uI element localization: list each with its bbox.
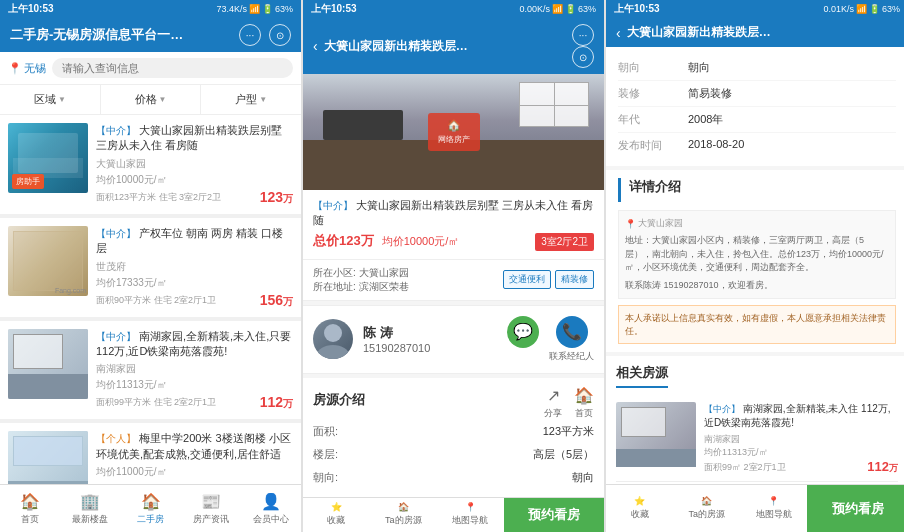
brand-logo-2: Fang.com: [55, 287, 86, 294]
related-meta-tags: 面积99㎡ 2室2厅1卫: [704, 461, 786, 474]
listing-title-4: 【个人】 梅里中学200米 3楼送阁楼 小区环境优美,配套成熟,交通便利,居住舒…: [96, 431, 293, 462]
more-button-2[interactable]: ···: [572, 24, 594, 46]
listing-tags-2: 面积90平方米 住宅 2室2厅1卫: [96, 294, 216, 307]
house-icon-3: 🏠: [701, 496, 712, 506]
map-icon-2: 📍: [768, 496, 779, 506]
filter-price[interactable]: 价格 ▼: [101, 85, 202, 114]
listing-price-2: 156万: [260, 292, 293, 309]
listing-thumbnail-2: Fang.com: [8, 226, 88, 296]
listing-thumbnail-1: 房助手: [8, 123, 88, 193]
intro-orientation-row: 朝向: 朝向: [313, 466, 594, 489]
related-item[interactable]: 【中介】 南湖家园,全新精装,未入住 112万,近D铁梁南苑落霞苑! 南湖家园 …: [616, 396, 898, 482]
chevron-down-icon-2: ▼: [159, 95, 167, 104]
info-header: ‹ 大簧山家园新出精装跌层…: [606, 18, 904, 47]
detail-price-section: 【中介】 大簧山家园新出精装跌层别墅 三房从未入住 看房随 总价123万 均价1…: [303, 190, 604, 260]
search-bar-1: 📍 无锡: [0, 52, 301, 85]
info-nav-agent-listings[interactable]: 🏠 Ta的房源: [673, 485, 740, 532]
listing-price-info-3: 均价11313元/㎡: [96, 378, 293, 392]
related-community: 南湖家园: [704, 433, 898, 446]
nav-item-news[interactable]: 📰 房产资讯: [181, 485, 241, 532]
related-info: 【中介】 南湖家园,全新精装,未入住 112万,近D铁梁南苑落霞苑! 南湖家园 …: [704, 402, 898, 475]
svg-point-0: [324, 324, 342, 342]
panel-info: 上午10:53 0.01K/s 📶 🔋 63% ‹ 大簧山家园新出精装跌层… 朝…: [606, 0, 904, 532]
status-time-2: 上午10:53: [311, 2, 357, 16]
list-item[interactable]: 【个人】 梅里中学200米 3楼送阁楼 小区环境优美,配套成熟,交通便利,居住舒…: [0, 423, 301, 484]
info-year-val: 2008年: [688, 112, 896, 127]
listing-price-info-1: 均价10000元/㎡: [96, 173, 293, 187]
detail-bottom-nav: ⭐ 收藏 🏠 Ta的房源 📍 地图导航 预约看房: [303, 497, 604, 532]
filter-rooms[interactable]: 户型 ▼: [201, 85, 301, 114]
listing-price-info-4: 均价11000元/㎡: [96, 465, 293, 479]
target-button-1[interactable]: ⊙: [269, 24, 291, 46]
filter-district[interactable]: 区域 ▼: [0, 85, 101, 114]
app-title-1: 二手房-无锡房源信息平台一…: [10, 26, 239, 44]
star-icon-2: ⭐: [634, 496, 645, 506]
listing-community-1: 大簧山家园: [96, 157, 293, 171]
detail-nav-favorite[interactable]: ⭐ 收藏: [303, 498, 370, 532]
detail-property-title: 【中介】 大簧山家园新出精装跌层别墅 三房从未入住 看房随: [313, 198, 594, 228]
home-icon-1: 🏠: [20, 492, 40, 511]
nav-item-home[interactable]: 🏠 首页: [0, 485, 60, 532]
info-back-button[interactable]: ‹: [616, 25, 621, 41]
house-icon: 🏠: [141, 492, 161, 511]
panel-detail: 上午10:53 0.00K/s 📶 🔋 63% ‹ 大簧山家园新出精装跌层… ·…: [303, 0, 604, 532]
info-page-title: 大簧山家园新出精装跌层…: [627, 24, 898, 41]
nav-item-newbuildings[interactable]: 🏢 最新楼盘: [60, 485, 120, 532]
listing-info-2: 【中介】 产权车位 朝南 两房 精装 口楼层 世茂府 均价17333元/㎡ 面积…: [96, 226, 293, 309]
filter-bar: 区域 ▼ 价格 ▼ 户型 ▼: [0, 85, 301, 115]
intro-area: 123平方米: [543, 424, 594, 439]
book-viewing-button[interactable]: 预约看房: [504, 498, 604, 532]
listing-tags-1: 面积123平方米 住宅 3室2厅2卫: [96, 191, 221, 204]
related-meta-row: 面积99㎡ 2室2厅1卫 112万: [704, 459, 898, 475]
property-photo: 🏠网络房产: [303, 74, 604, 190]
property-info-section: 朝向 朝向 装修 简易装修 年代 2008年 发布时间 2018-08-20: [606, 47, 904, 166]
nav-item-member[interactable]: 👤 会员中心: [241, 485, 301, 532]
header-icons-2: ··· ⊙: [572, 24, 594, 68]
phone-button[interactable]: 📞: [556, 316, 588, 348]
brand-logo-1: 房助手: [12, 174, 44, 189]
listing-price-3: 112万: [260, 394, 293, 411]
detail-header: ‹ 大簧山家园新出精装跌层… ··· ⊙: [303, 18, 604, 74]
share-btn[interactable]: ↗ 分享: [544, 386, 562, 420]
agent-phone: 15190287010: [363, 342, 507, 354]
detail-price-row: 总价123万 均价10000元/㎡ 3室2厅2卫: [313, 232, 594, 251]
info-nav-map[interactable]: 📍 地图导航: [740, 485, 807, 532]
listing-title-1: 【中介】 大簧山家园新出精装跌层别墅 三房从未入住 看房随: [96, 123, 293, 154]
detail-unit-price: 均价10000元/㎡: [382, 234, 460, 249]
target-button-2[interactable]: ⊙: [572, 46, 594, 68]
chevron-down-icon-3: ▼: [259, 95, 267, 104]
detail-description-2: 联系陈涛 15190287010，欢迎看房。: [625, 279, 889, 293]
location-pin-icon: 📍: [8, 62, 22, 75]
status-icons-2: 0.00K/s 📶 🔋 63%: [519, 4, 596, 14]
listing-community-3: 南湖家园: [96, 362, 293, 376]
building-icon: 🏢: [80, 492, 100, 511]
listing-meta-1: 面积123平方米 住宅 3室2厅2卫 123万: [96, 189, 293, 206]
related-title: 相关房源: [616, 364, 668, 388]
detail-nav-agent-listings[interactable]: 🏠 Ta的房源: [370, 498, 437, 532]
header-icons-1: ··· ⊙: [239, 24, 291, 46]
user-icon-1: 👤: [261, 492, 281, 511]
address-text: 所在地址: 滨湖区荣巷: [313, 280, 499, 294]
list-item[interactable]: 房助手 【中介】 大簧山家园新出精装跌层别墅 三房从未入住 看房随 大簧山家园 …: [0, 115, 301, 214]
list-item[interactable]: Fang.com 【中介】 产权车位 朝南 两房 精装 口楼层 世茂府 均价17…: [0, 218, 301, 317]
nav-item-secondhand[interactable]: 🏠 二手房: [120, 485, 180, 532]
info-book-viewing-button[interactable]: 预约看房: [807, 485, 904, 532]
detail-intro-section: 详情介绍 📍大簧山家园 地址：大簧山家园小区内，精装修，三室两厅两卫，高层（5层…: [606, 170, 904, 352]
info-decoration-row: 装修 简易装修: [618, 81, 896, 107]
agent-role-label: 联系经纪人: [549, 350, 594, 363]
agent-contact-icons: 💬 📞 联系经纪人: [507, 316, 594, 363]
convenience-tag: 交通便利: [503, 270, 551, 289]
decoration-tag: 精装修: [555, 270, 594, 289]
more-button-1[interactable]: ···: [239, 24, 261, 46]
agent-section: 陈 涛 15190287010 💬 📞 联系经纪人: [303, 305, 604, 374]
info-bottom-nav: ⭐ 收藏 🏠 Ta的房源 📍 地图导航 预约看房: [606, 484, 904, 532]
wechat-button[interactable]: 💬: [507, 316, 539, 348]
search-input[interactable]: [52, 58, 293, 78]
back-button[interactable]: ‹: [313, 38, 318, 54]
list-item[interactable]: 【中介】 南湖家园,全新精装,未入住,只要112万,近D铁梁南苑落霞苑! 南湖家…: [0, 321, 301, 420]
listing-info-4: 【个人】 梅里中学200米 3楼送阁楼 小区环境优美,配套成熟,交通便利,居住舒…: [96, 431, 293, 484]
home-btn[interactable]: 🏠 首页: [574, 386, 594, 420]
location-selector[interactable]: 📍 无锡: [8, 61, 46, 76]
detail-nav-map[interactable]: 📍 地图导航: [437, 498, 504, 532]
info-nav-favorite[interactable]: ⭐ 收藏: [606, 485, 673, 532]
